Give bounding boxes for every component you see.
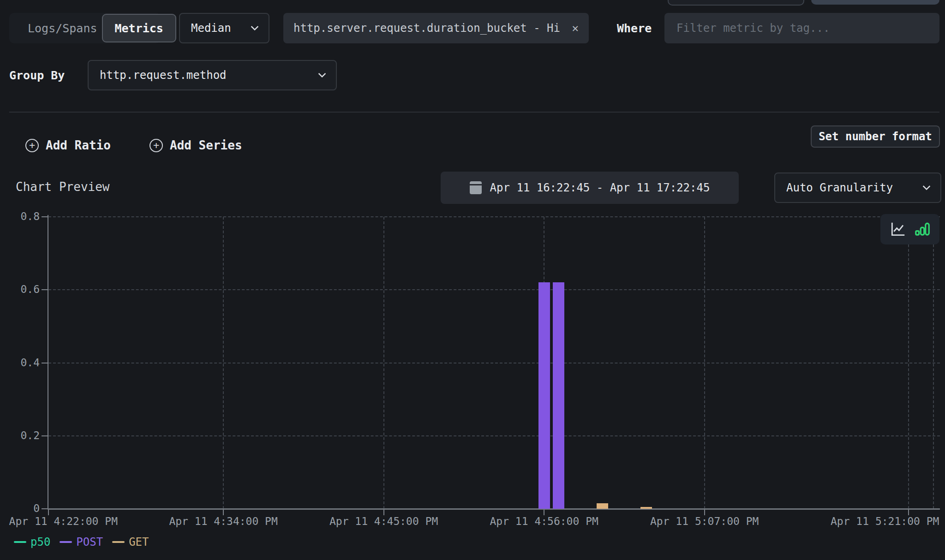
legend-item-POST[interactable]: POST [60,536,103,548]
y-tick-label: 0.8 [5,210,40,222]
date-range-picker[interactable]: Apr 11 16:22:45 - Apr 11 17:22:45 [441,172,739,204]
y-tick-label: 0 [5,502,40,514]
legend-dash-icon [14,541,26,543]
line-chart-icon[interactable] [889,220,907,238]
close-icon[interactable]: ✕ [572,22,579,35]
date-range-value: Apr 11 16:22:45 - Apr 11 17:22:45 [490,181,710,194]
x-tick-label: Apr 11 4:56:00 PM [490,515,598,527]
granularity-value: Auto Granularity [786,181,893,194]
x-axis-line [48,508,940,510]
bar-POST [553,282,564,509]
plus-circle-icon: + [150,139,163,152]
x-grid-line [544,217,544,509]
y-grid-line [48,363,940,363]
aggregation-select[interactable]: Median [179,13,269,43]
x-axis-tick [704,509,705,515]
tab-metrics[interactable]: Metrics [102,14,176,42]
y-axis-tick [42,508,48,509]
x-axis-tick [48,509,49,515]
chart-preview-title: Chart Preview [16,180,110,194]
aggregation-value: Median [191,22,231,35]
tab-logs-spans[interactable]: Logs/Spans [9,22,102,35]
y-tick-label: 0.6 [5,283,40,295]
add-ratio-button[interactable]: + Add Ratio [25,137,111,154]
set-number-format-button[interactable]: Set number format [811,125,940,148]
calendar-icon [470,181,482,194]
legend-dash-icon [60,541,72,543]
x-axis-tick [383,509,384,515]
top-partial-button[interactable] [811,0,939,5]
legend-item-p50[interactable]: p50 [14,536,50,548]
x-grid-line [223,217,224,509]
y-axis-tick [42,289,48,290]
x-tick-label: Apr 11 5:07:00 PM [650,515,759,527]
add-series-label: Add Series [170,138,242,152]
chevron-down-icon [251,23,259,31]
metrics-chart-builder: Logs/Spans Metrics Median http.server.re… [0,0,945,560]
x-tick-label: Apr 11 4:45:00 PM [329,515,438,527]
y-grid-line [48,435,940,436]
top-partial-input[interactable] [668,0,804,6]
y-tick-label: 0.4 [5,357,40,369]
bar-GET [597,503,608,509]
metric-name: http.server.request.duration_bucket - Hi [293,22,560,35]
x-tick-label: Apr 11 4:34:00 PM [169,515,277,527]
legend-item-GET[interactable]: GET [112,536,149,548]
y-grid-line [48,289,940,290]
plus-circle-icon: + [25,139,39,152]
x-tick-label: Apr 11 5:21:00 PM [831,515,939,527]
add-ratio-label: Add Ratio [46,138,111,152]
metric-pill[interactable]: http.server.request.duration_bucket - Hi… [283,13,589,43]
legend-label: p50 [30,536,50,548]
x-axis-tick [908,509,909,515]
group-by-select[interactable]: http.request.method [88,60,337,90]
y-tick-label: 0.2 [5,429,40,441]
plot-right-edge-grid-line [933,217,934,509]
chart-legend: p50POSTGET [14,534,149,550]
where-label: Where [617,13,652,43]
where-filter-input[interactable] [664,13,939,43]
y-axis-line [48,215,48,510]
chevron-down-icon [923,183,931,191]
chevron-down-icon [318,70,326,78]
legend-label: GET [129,536,149,548]
chart-type-toggle [880,214,939,244]
group-by-label: Group By [9,60,65,90]
y-axis-tick [42,363,48,363]
add-series-button[interactable]: + Add Series [150,137,242,154]
section-divider [9,112,939,113]
bar-chart-icon[interactable] [914,221,931,238]
source-mode-toggle: Logs/Spans Metrics [9,13,161,43]
group-by-value: http.request.method [100,69,227,82]
x-grid-line [908,217,909,509]
x-grid-line [383,217,384,509]
x-axis-tick [223,509,224,515]
x-axis-tick [544,509,544,515]
y-axis-tick [42,435,48,436]
bar-POST [538,282,550,509]
y-axis-tick [42,216,48,217]
x-tick-label: Apr 11 4:22:00 PM [9,515,118,527]
bar-GET [640,507,652,509]
granularity-select[interactable]: Auto Granularity [774,173,941,203]
y-grid-line [48,216,940,217]
legend-label: POST [76,536,103,548]
x-grid-line [704,217,705,509]
legend-dash-icon [112,541,125,543]
